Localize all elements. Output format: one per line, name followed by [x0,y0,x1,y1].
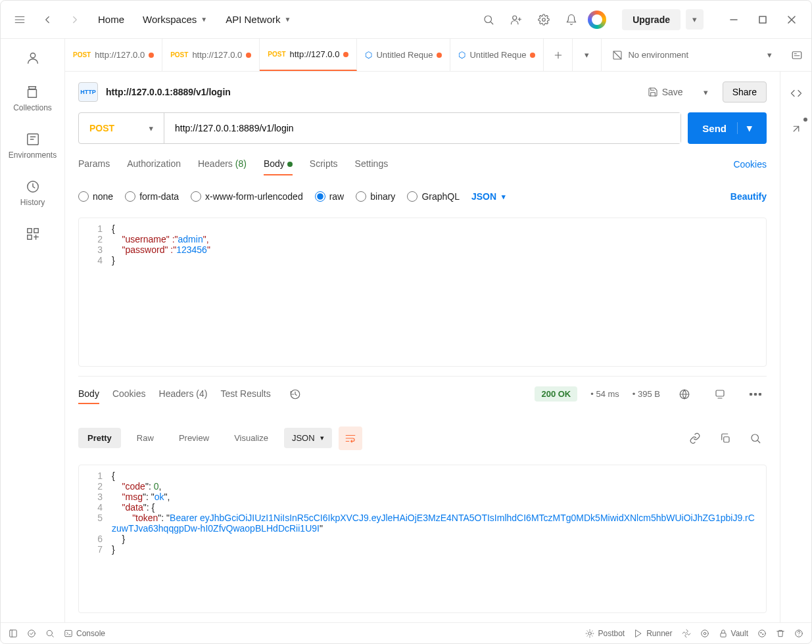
response-body-viewer[interactable]: 1{ 2 "code": 0, 3 "msg": "ok", 4 "data":… [78,465,767,614]
svg-point-1 [513,16,517,20]
reqtab-params[interactable]: Params [78,153,110,175]
reqtab-auth[interactable]: Authorization [127,153,181,175]
minimize-icon[interactable] [722,8,746,32]
save-response-icon[interactable] [709,383,731,405]
svg-rect-3 [759,16,766,23]
sb-panel-icon[interactable] [9,629,18,638]
request-body-editor[interactable]: 1{ 2 "username" :"admin", 3 "password" :… [78,218,767,367]
bodytype-formdata[interactable]: form-data [125,191,179,202]
sb-help-icon[interactable] [794,629,803,638]
svg-rect-11 [792,51,801,58]
resptab-headers[interactable]: Headers (4) [159,384,208,404]
notifications-icon[interactable] [560,9,583,31]
chevron-down-icon: ▾ [767,50,772,60]
sidebar-history[interactable]: History [16,175,49,211]
close-icon[interactable] [780,8,803,32]
history-icon[interactable] [284,383,306,405]
save-button[interactable]: Save [641,83,690,101]
tab-3[interactable]: ⬡Untitled Reque [357,39,450,71]
sidebar-account[interactable] [22,47,44,69]
send-dropdown[interactable]: ▾ [737,122,752,134]
upgrade-button[interactable]: Upgrade [622,9,681,30]
tab-0[interactable]: POSThttp://127.0.0 [65,39,162,71]
reqtab-scripts[interactable]: Scripts [310,153,338,175]
sidebar-environments[interactable]: Environments [5,128,60,164]
beautify-button[interactable]: Beautify [730,191,767,202]
sb-find-icon[interactable] [45,629,55,638]
bodytype-graphql[interactable]: GraphQL [407,191,460,202]
url-input[interactable] [164,113,681,143]
tab-4[interactable]: ⬡Untitled Reque [450,39,544,71]
sidebar-collections[interactable]: Collections [9,81,56,116]
tab-2[interactable]: POSThttp://127.0.0 [260,39,357,71]
nav-home[interactable]: Home [91,10,131,29]
sidebar-more[interactable] [22,223,44,245]
sb-agent-icon[interactable] [682,629,691,638]
code-icon[interactable] [785,82,807,104]
upgrade-dropdown[interactable]: ▾ [686,9,704,30]
resptab-cookies[interactable]: Cookies [112,384,146,404]
avatar[interactable] [588,11,606,29]
method-select[interactable]: POST▾ [79,113,164,143]
view-visualize[interactable]: Visualize [225,428,277,448]
reqtab-settings[interactable]: Settings [355,153,389,175]
svg-rect-8 [34,229,37,233]
env-quicklook[interactable] [782,39,811,71]
search-icon[interactable] [477,9,500,31]
environment-selector[interactable]: No environment ▾ [602,39,782,71]
maximize-icon[interactable] [751,8,775,32]
raw-format-select[interactable]: JSON▾ [471,191,506,202]
resptab-body[interactable]: Body [78,384,99,404]
tabs-menu[interactable]: ▾ [573,39,602,71]
request-title: http://127.0.0.1:8889/v1/login [106,87,231,97]
view-preview[interactable]: Preview [170,428,218,448]
unsaved-dot [343,52,348,57]
http-badge: HTTP [78,82,98,102]
response-size: • 395 B [633,389,660,399]
svg-point-16 [759,393,761,395]
save-dropdown[interactable]: ▾ [695,81,717,103]
more-icon[interactable] [744,383,767,405]
resptab-testresults[interactable]: Test Results [220,384,270,404]
back-icon[interactable] [36,9,59,31]
wrap-lines-button[interactable] [339,426,362,450]
tab-1[interactable]: POSThttp://127.0.0 [162,39,260,71]
sb-capture-icon[interactable] [700,629,709,638]
forward-icon[interactable] [64,9,86,31]
reqtab-headers[interactable]: Headers (8) [198,153,247,175]
cookies-link[interactable]: Cookies [733,159,767,170]
share-button[interactable]: Share [723,81,767,103]
menu-icon[interactable] [9,9,31,31]
unsaved-dot [437,53,442,58]
expand-icon[interactable] [785,118,807,140]
invite-icon[interactable] [505,9,527,31]
response-format-select[interactable]: JSON▾ [284,428,332,448]
view-raw[interactable]: Raw [128,428,163,448]
sb-postbot[interactable]: Postbot [585,629,625,638]
request-tabs: POSThttp://127.0.0 POSThttp://127.0.0 PO… [65,39,811,72]
svg-point-21 [47,630,52,635]
reqtab-body[interactable]: Body [264,153,293,175]
copy-icon[interactable] [714,427,736,449]
sb-console[interactable]: Console [64,629,105,638]
network-icon[interactable] [673,383,696,405]
sb-runner[interactable]: Runner [634,629,672,638]
nav-api-network[interactable]: API Network▼ [219,10,297,29]
search-response-icon[interactable] [744,427,767,449]
svg-point-23 [588,632,592,635]
bodytype-none[interactable]: none [78,191,113,202]
send-button[interactable]: Send▾ [688,112,767,144]
new-tab-button[interactable] [544,39,573,71]
sb-trash-icon[interactable] [776,629,785,638]
bodytype-urlencoded[interactable]: x-www-form-urlencoded [191,191,303,202]
sb-cookies-icon[interactable] [757,629,767,638]
link-icon[interactable] [684,427,706,449]
sb-sync-icon[interactable] [27,629,36,638]
view-pretty[interactable]: Pretty [78,428,121,448]
bodytype-raw[interactable]: raw [315,191,345,202]
nav-workspaces[interactable]: Workspaces▼ [136,10,214,29]
sb-vault[interactable]: Vault [719,629,748,638]
unsaved-dot [246,53,251,58]
bodytype-binary[interactable]: binary [356,191,395,202]
settings-icon[interactable] [533,9,555,31]
